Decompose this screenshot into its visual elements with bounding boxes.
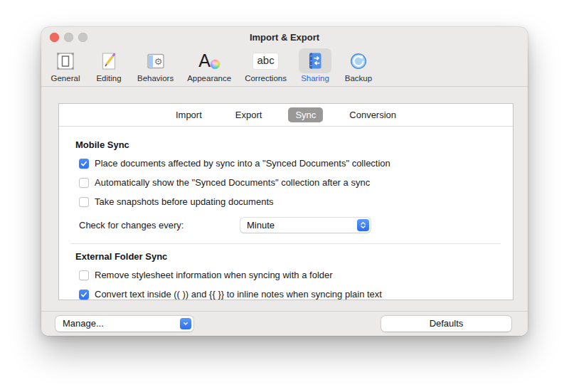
toolbar-item-appearance[interactable]: A Appearance: [186, 48, 233, 83]
toolbar-label: Corrections: [243, 74, 288, 83]
chevron-down-icon: [180, 318, 191, 329]
section-title-mobile-sync: Mobile Sync: [75, 139, 501, 150]
footer-bar: Manage... Defaults: [41, 311, 528, 336]
toolbar-label: Editing: [95, 74, 122, 83]
editing-icon: [92, 48, 125, 73]
popup-value: Minute: [247, 220, 275, 231]
behaviors-icon: ⚙: [139, 48, 172, 73]
titlebar: Import & Export: [41, 27, 528, 47]
window-title: Import & Export: [41, 27, 528, 48]
backup-icon: [342, 48, 375, 73]
checkbox-row[interactable]: Automatically show the "Synced Documents…: [79, 177, 501, 189]
checkbox[interactable]: [79, 270, 89, 280]
toolbar-label: Behaviors: [136, 74, 175, 83]
toolbar: General Editing: [41, 47, 528, 87]
toolbar-item-corrections[interactable]: abc Corrections: [243, 48, 288, 83]
checkbox[interactable]: [79, 178, 89, 188]
checkbox[interactable]: [79, 159, 89, 169]
checkbox-label: Take snapshots before updating documents: [95, 196, 274, 208]
toolbar-item-editing[interactable]: Editing: [92, 48, 125, 83]
minimize-button[interactable]: [64, 33, 73, 42]
manage-label: Manage...: [63, 318, 104, 329]
sharing-icon: [299, 48, 331, 73]
toolbar-item-behaviors[interactable]: ⚙ Behaviors: [136, 48, 175, 83]
tab-sync[interactable]: Sync: [288, 107, 323, 122]
desktop: Import & Export General: [0, 0, 569, 392]
checkbox-label: Place documents affected by sync into a …: [95, 158, 390, 169]
checkbox-row[interactable]: Remove stylesheet information when synci…: [79, 270, 501, 281]
appearance-icon: A: [193, 48, 225, 73]
toolbar-label: Appearance: [186, 74, 233, 83]
tab-import[interactable]: Import: [169, 107, 209, 122]
checkbox-label: Remove stylesheet information when synci…: [95, 270, 333, 281]
svg-text:⚙: ⚙: [154, 55, 162, 66]
checkbox-label: Convert text inside (( )) and {{ }} to i…: [95, 289, 382, 300]
check-interval-label: Check for changes every:: [79, 220, 240, 231]
checkbox-label: Automatically show the "Synced Documents…: [95, 177, 370, 189]
defaults-label: Defaults: [430, 318, 464, 329]
section-title-external-folder-sync: External Folder Sync: [75, 251, 501, 262]
corrections-icon: abc: [250, 48, 282, 73]
toolbar-item-general[interactable]: General: [49, 48, 82, 83]
zoom-button[interactable]: [78, 33, 87, 42]
manage-popup-button[interactable]: Manage...: [55, 316, 193, 332]
close-button[interactable]: [50, 33, 59, 42]
checkbox[interactable]: [79, 290, 89, 300]
toolbar-item-backup[interactable]: Backup: [342, 48, 375, 83]
popup-stepper-icon: [357, 219, 369, 231]
checkbox-row[interactable]: Take snapshots before updating documents: [79, 196, 501, 208]
toolbar-label: Backup: [344, 74, 373, 83]
section-divider: [70, 243, 501, 244]
tab-conversion[interactable]: Conversion: [342, 107, 403, 122]
check-interval-row: Check for changes every: Minute: [79, 218, 501, 233]
general-icon: [49, 48, 82, 73]
content-area: Import Export Sync Conversion Mobile Syn…: [41, 87, 528, 317]
toolbar-label: General: [50, 74, 82, 83]
tab-bar: Import Export Sync Conversion: [59, 104, 513, 127]
defaults-button[interactable]: Defaults: [381, 316, 511, 332]
letter-a-glyph: A: [198, 51, 211, 70]
tab-export[interactable]: Export: [228, 107, 270, 122]
panel-body: Mobile Sync Place documents affected by …: [59, 127, 513, 300]
toolbar-label: Sharing: [299, 74, 331, 83]
settings-panel: Import Export Sync Conversion Mobile Syn…: [58, 103, 514, 300]
check-interval-popup[interactable]: Minute: [240, 218, 371, 233]
traffic-lights: [50, 33, 87, 42]
checkbox-row[interactable]: Place documents affected by sync into a …: [79, 158, 501, 169]
checkbox[interactable]: [79, 197, 89, 207]
color-wheel-icon: [211, 60, 220, 69]
checkbox-row[interactable]: Convert text inside (( )) and {{ }} to i…: [79, 289, 501, 300]
toolbar-item-sharing[interactable]: Sharing: [299, 48, 331, 83]
preferences-window: Import & Export General: [41, 27, 528, 336]
